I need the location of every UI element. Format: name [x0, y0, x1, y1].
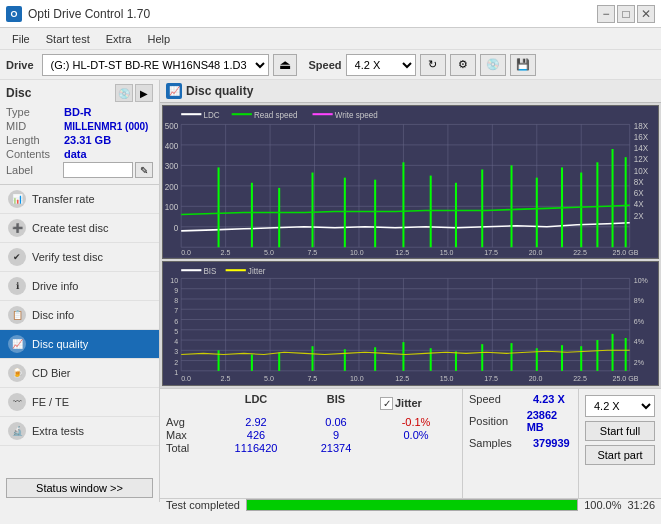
disc-section-title: Disc	[6, 86, 31, 100]
svg-text:200: 200	[165, 183, 179, 192]
burn-button[interactable]: 💿	[480, 54, 506, 76]
disc-contents-row: Contents data	[6, 148, 153, 160]
position-stat-label: Position	[469, 415, 523, 427]
svg-text:BIS: BIS	[203, 267, 217, 276]
svg-text:6%: 6%	[634, 317, 645, 325]
svg-rect-68	[163, 262, 658, 385]
svg-text:10: 10	[170, 276, 178, 284]
sidebar-item-extra-tests[interactable]: 🔬 Extra tests	[0, 417, 159, 446]
action-buttons: 4.2 X Start full Start part	[578, 389, 661, 498]
app-icon: O	[6, 6, 22, 22]
samples-stat-row: Samples 379939	[469, 437, 572, 449]
charts-area: LDC Read speed Write speed	[160, 103, 661, 388]
sidebar-item-drive-info-label: Drive info	[32, 280, 78, 292]
disc-quality-icon: 📈	[8, 335, 26, 353]
jitter-checkbox[interactable]: ✓	[380, 397, 393, 410]
sidebar-spacer	[0, 446, 159, 474]
titlebar: O Opti Drive Control 1.70 − □ ✕	[0, 0, 661, 28]
speed-label: Speed	[309, 59, 342, 71]
max-label: Max	[166, 429, 216, 441]
disc-label-row: Label ✎	[6, 162, 153, 178]
sidebar-item-drive-info[interactable]: ℹ Drive info	[0, 272, 159, 301]
sidebar-item-fe-te-label: FE / TE	[32, 396, 69, 408]
disc-icon-1[interactable]: 💿	[115, 84, 133, 102]
sidebar-item-create-test-disc[interactable]: ➕ Create test disc	[0, 214, 159, 243]
svg-text:15.0: 15.0	[440, 375, 454, 383]
close-button[interactable]: ✕	[637, 5, 655, 23]
progress-area: Test completed 100.0% 31:26	[160, 498, 661, 511]
minimize-button[interactable]: −	[597, 5, 615, 23]
svg-text:8X: 8X	[634, 178, 644, 187]
stats-avg-row: Avg 2.92 0.06 -0.1%	[166, 416, 456, 428]
ldc-chart-svg: LDC Read speed Write speed	[163, 106, 658, 258]
svg-text:2: 2	[174, 358, 178, 366]
sidebar: Disc 💿 ▶ Type BD-R MID MILLENMR1 (000) L…	[0, 80, 160, 502]
svg-text:17.5: 17.5	[484, 249, 498, 257]
drive-select[interactable]: (G:) HL-DT-ST BD-RE WH16NS48 1.D3	[42, 54, 269, 76]
stats-table: LDC BIS ✓ Jitter Avg 2.92 0.06 -0.1%	[160, 389, 462, 498]
svg-text:7: 7	[174, 307, 178, 315]
svg-text:22.5: 22.5	[573, 249, 587, 257]
maximize-button[interactable]: □	[617, 5, 635, 23]
sidebar-item-transfer-rate[interactable]: 📊 Transfer rate	[0, 185, 159, 214]
disc-type-row: Type BD-R	[6, 106, 153, 118]
sidebar-item-disc-quality-label: Disc quality	[32, 338, 88, 350]
refresh-button[interactable]: ↻	[420, 54, 446, 76]
disc-icon-2[interactable]: ▶	[135, 84, 153, 102]
svg-text:3: 3	[174, 348, 178, 356]
disc-icons: 💿 ▶	[115, 84, 153, 102]
create-test-disc-icon: ➕	[8, 219, 26, 237]
progress-text: 100.0%	[584, 499, 621, 511]
svg-text:2.5: 2.5	[221, 249, 231, 257]
disc-mid-row: MID MILLENMR1 (000)	[6, 120, 153, 132]
sidebar-item-cd-bier[interactable]: 🍺 CD Bier	[0, 359, 159, 388]
disc-type-value: BD-R	[64, 106, 92, 118]
svg-text:8%: 8%	[634, 297, 645, 305]
disc-info-icon: 📋	[8, 306, 26, 324]
disc-contents-label: Contents	[6, 148, 64, 160]
drive-label: Drive	[6, 59, 34, 71]
disc-mid-value: MILLENMR1 (000)	[64, 121, 148, 132]
menu-extra[interactable]: Extra	[98, 31, 140, 47]
sidebar-item-disc-quality[interactable]: 📈 Disc quality	[0, 330, 159, 359]
sidebar-item-fe-te[interactable]: 〰 FE / TE	[0, 388, 159, 417]
svg-rect-0	[163, 106, 658, 258]
avg-bis: 0.06	[296, 416, 376, 428]
sidebar-item-disc-info[interactable]: 📋 Disc info	[0, 301, 159, 330]
menu-file[interactable]: File	[4, 31, 38, 47]
speed-stat-label: Speed	[469, 393, 529, 405]
sidebar-item-disc-info-label: Disc info	[32, 309, 74, 321]
ldc-chart: LDC Read speed Write speed	[162, 105, 659, 259]
status-window-button[interactable]: Status window >>	[6, 478, 153, 498]
svg-text:6X: 6X	[634, 189, 644, 198]
sidebar-item-verify-test-disc[interactable]: ✔ Verify test disc	[0, 243, 159, 272]
save-button[interactable]: 💾	[510, 54, 536, 76]
time-text: 31:26	[627, 499, 655, 511]
menu-start-test[interactable]: Start test	[38, 31, 98, 47]
start-full-button[interactable]: Start full	[585, 421, 655, 441]
speed-select-main[interactable]: 4.2 X	[346, 54, 416, 76]
disc-type-label: Type	[6, 106, 64, 118]
menu-help[interactable]: Help	[139, 31, 178, 47]
eject-button[interactable]: ⏏	[273, 54, 297, 76]
empty-label	[166, 393, 216, 414]
svg-text:25.0 GB: 25.0 GB	[613, 375, 639, 383]
app-title: Opti Drive Control 1.70	[28, 7, 150, 21]
disc-label-label: Label	[6, 164, 63, 176]
disc-length-row: Length 23.31 GB	[6, 134, 153, 146]
start-part-button[interactable]: Start part	[585, 445, 655, 465]
svg-text:2.5: 2.5	[221, 375, 231, 383]
svg-text:4%: 4%	[634, 338, 645, 346]
speed-stat-row: Speed 4.23 X	[469, 393, 572, 405]
test-speed-select[interactable]: 4.2 X	[585, 395, 655, 417]
disc-label-edit-button[interactable]: ✎	[135, 162, 153, 178]
svg-text:2X: 2X	[634, 212, 644, 221]
max-ldc: 426	[216, 429, 296, 441]
disc-label-input[interactable]	[63, 162, 133, 178]
bottom-stats: LDC BIS ✓ Jitter Avg 2.92 0.06 -0.1%	[160, 388, 661, 498]
svg-text:22.5: 22.5	[573, 375, 587, 383]
svg-text:20.0: 20.0	[529, 375, 543, 383]
settings-button[interactable]: ⚙	[450, 54, 476, 76]
drive-info-icon: ℹ	[8, 277, 26, 295]
sidebar-item-extra-tests-label: Extra tests	[32, 425, 84, 437]
